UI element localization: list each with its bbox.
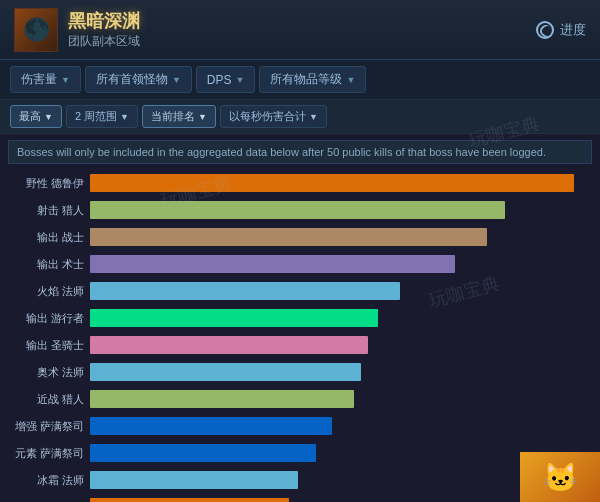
chart-row: 输出 术士 bbox=[8, 253, 592, 275]
nav-bar: 伤害量 ▼ 所有首领怪物 ▼ DPS ▼ 所有物品等级 ▼ bbox=[0, 60, 600, 100]
header-left: 🌑 黑暗深渊 团队副本区域 bbox=[14, 8, 140, 52]
nav-ilvl-arrow: ▼ bbox=[346, 75, 355, 85]
bar-fill bbox=[90, 309, 378, 327]
bar-container bbox=[90, 309, 592, 327]
nav-dps[interactable]: DPS ▼ bbox=[196, 66, 256, 93]
bar-fill bbox=[90, 255, 455, 273]
nav-bosses[interactable]: 所有首领怪物 ▼ bbox=[85, 66, 192, 93]
filter-range[interactable]: 2 周范围 ▼ bbox=[66, 105, 138, 128]
progress-icon bbox=[536, 21, 554, 39]
bar-fill bbox=[90, 471, 298, 489]
bar-fill bbox=[90, 390, 354, 408]
filter-bar: 最高 ▼ 2 周范围 ▼ 当前排名 ▼ 以每秒伤害合计 ▼ bbox=[0, 100, 600, 134]
bar-fill bbox=[90, 174, 574, 192]
chart-row: 平衡 德鲁伊 bbox=[8, 496, 592, 502]
bar-fill bbox=[90, 444, 316, 462]
bar-container bbox=[90, 498, 592, 502]
bar-label: 元素 萨满祭司 bbox=[8, 446, 90, 461]
nav-bosses-arrow: ▼ bbox=[172, 75, 181, 85]
chart-row: 火焰 法师 bbox=[8, 280, 592, 302]
chart-row: 近战 猎人 bbox=[8, 388, 592, 410]
bar-label: 输出 游行者 bbox=[8, 311, 90, 326]
bar-label: 火焰 法师 bbox=[8, 284, 90, 299]
nav-damage[interactable]: 伤害量 ▼ bbox=[10, 66, 81, 93]
bar-container bbox=[90, 471, 592, 489]
nav-damage-arrow: ▼ bbox=[61, 75, 70, 85]
chart-row: 射击 猎人 bbox=[8, 199, 592, 221]
filter-dps-total[interactable]: 以每秒伤害合计 ▼ bbox=[220, 105, 327, 128]
page-title: 黑暗深渊 bbox=[68, 9, 140, 33]
bar-fill bbox=[90, 498, 289, 502]
chart-row: 元素 萨满祭司 bbox=[8, 442, 592, 464]
bar-container bbox=[90, 255, 592, 273]
dungeon-icon: 🌑 bbox=[14, 8, 58, 52]
bar-container bbox=[90, 282, 592, 300]
bar-label: 野性 德鲁伊 bbox=[8, 176, 90, 191]
progress-button[interactable]: 进度 bbox=[536, 21, 586, 39]
nav-dps-arrow: ▼ bbox=[236, 75, 245, 85]
chart-row: 冰霜 法师 bbox=[8, 469, 592, 491]
notice-bar: Bosses will only be included in the aggr… bbox=[8, 140, 592, 164]
chart-row: 增强 萨满祭司 bbox=[8, 415, 592, 437]
bar-fill bbox=[90, 282, 400, 300]
bar-container bbox=[90, 336, 592, 354]
bar-container bbox=[90, 444, 592, 462]
bar-fill bbox=[90, 363, 361, 381]
bar-container bbox=[90, 228, 592, 246]
bar-container bbox=[90, 363, 592, 381]
filter-current[interactable]: 当前排名 ▼ bbox=[142, 105, 216, 128]
notice-text: Bosses will only be included in the aggr… bbox=[17, 146, 546, 158]
chart-row: 输出 战士 bbox=[8, 226, 592, 248]
bar-fill bbox=[90, 417, 332, 435]
chart-area: 野性 德鲁伊射击 猎人输出 战士输出 术士火焰 法师输出 游行者输出 圣骑士奥术… bbox=[0, 168, 600, 502]
bar-label: 增强 萨满祭司 bbox=[8, 419, 90, 434]
bar-container bbox=[90, 417, 592, 435]
bar-label: 奥术 法师 bbox=[8, 365, 90, 380]
chart-row: 输出 游行者 bbox=[8, 307, 592, 329]
progress-label: 进度 bbox=[560, 21, 586, 39]
main-content: Bosses will only be included in the aggr… bbox=[0, 140, 600, 502]
bar-label: 输出 战士 bbox=[8, 230, 90, 245]
bar-fill bbox=[90, 228, 487, 246]
header-titles: 黑暗深渊 团队副本区域 bbox=[68, 9, 140, 50]
bar-label: 冰霜 法师 bbox=[8, 473, 90, 488]
bar-fill bbox=[90, 336, 368, 354]
bar-container bbox=[90, 174, 592, 192]
bar-label: 射击 猎人 bbox=[8, 203, 90, 218]
page-header: 🌑 黑暗深渊 团队副本区域 进度 bbox=[0, 0, 600, 60]
chart-row: 野性 德鲁伊 bbox=[8, 172, 592, 194]
filter-highest[interactable]: 最高 ▼ bbox=[10, 105, 62, 128]
bar-label: 近战 猎人 bbox=[8, 392, 90, 407]
bar-container bbox=[90, 201, 592, 219]
bar-container bbox=[90, 390, 592, 408]
nav-ilvl[interactable]: 所有物品等级 ▼ bbox=[259, 66, 366, 93]
bottom-logo: 🐱 bbox=[520, 452, 600, 502]
bar-label: 输出 圣骑士 bbox=[8, 338, 90, 353]
chart-row: 输出 圣骑士 bbox=[8, 334, 592, 356]
chart-row: 奥术 法师 bbox=[8, 361, 592, 383]
bar-label: 输出 术士 bbox=[8, 257, 90, 272]
page-subtitle: 团队副本区域 bbox=[68, 33, 140, 50]
bar-fill bbox=[90, 201, 505, 219]
